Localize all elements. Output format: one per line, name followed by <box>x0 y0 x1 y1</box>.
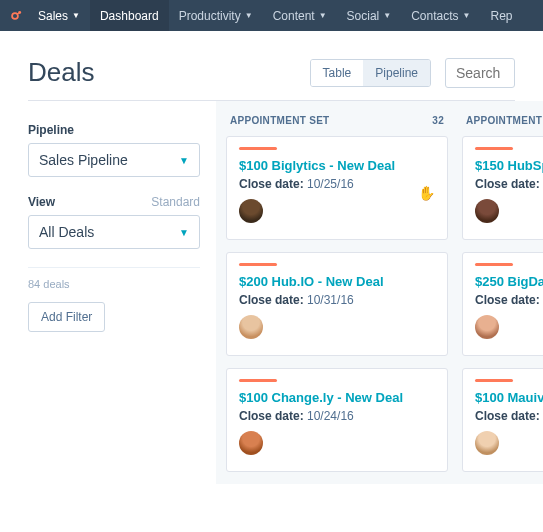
view-pipeline-button[interactable]: Pipeline <box>363 60 430 86</box>
view-standard-label: Standard <box>151 195 200 209</box>
chevron-down-icon: ▼ <box>179 155 189 166</box>
grab-cursor-icon: ✋ <box>418 185 435 201</box>
avatar <box>239 199 263 223</box>
deal-title: $150 HubSp <box>475 158 543 173</box>
avatar <box>239 431 263 455</box>
column-count: 32 <box>432 115 444 126</box>
nav-dashboard[interactable]: Dashboard <box>90 0 169 31</box>
nav-item-label: Rep <box>490 9 512 23</box>
column-header: APPOINTMENT SET32 <box>226 111 448 136</box>
deal-card[interactable]: $100 MauiveClose date: 1 <box>462 368 543 472</box>
pipeline-label: Pipeline <box>28 123 200 137</box>
page-title: Deals <box>28 57 310 88</box>
status-bar <box>475 263 513 266</box>
avatar <box>239 315 263 339</box>
status-bar <box>239 263 277 266</box>
chevron-down-icon: ▼ <box>245 11 253 20</box>
column-header: APPOINTMENT C <box>462 111 543 136</box>
view-label: View Standard <box>28 195 200 209</box>
view-toggle: Table Pipeline <box>310 59 431 87</box>
page-header: Deals Table Pipeline <box>0 31 543 100</box>
deal-title: $100 Change.ly - New Deal <box>239 390 435 405</box>
view-value: All Deals <box>39 224 94 240</box>
deal-count: 84 deals <box>28 278 200 290</box>
nav-item-label: Dashboard <box>100 9 159 23</box>
nav-item-label: Productivity <box>179 9 241 23</box>
chevron-down-icon: ▼ <box>319 11 327 20</box>
deal-card[interactable]: $100 Biglytics - New DealClose date: 10/… <box>226 136 448 240</box>
deal-card[interactable]: $100 Change.ly - New DealClose date: 10/… <box>226 368 448 472</box>
board-column: APPOINTMENT C$150 HubSpClose date: 1$250… <box>462 111 543 484</box>
nav-reports[interactable]: Rep <box>480 0 522 31</box>
top-nav: Sales ▼ Dashboard Productivity ▼ Content… <box>0 0 543 31</box>
board-column: APPOINTMENT SET32$100 Biglytics - New De… <box>226 111 448 484</box>
chevron-down-icon: ▼ <box>72 11 80 20</box>
status-bar <box>239 379 277 382</box>
hubspot-logo-icon <box>8 9 22 23</box>
nav-item-label: Contacts <box>411 9 458 23</box>
deal-close-date: Close date: 10/25/16 <box>239 177 435 191</box>
nav-productivity[interactable]: Productivity ▼ <box>169 0 263 31</box>
sidebar: Pipeline Sales Pipeline ▼ View Standard … <box>0 101 200 484</box>
deal-title: $250 BigDat <box>475 274 543 289</box>
pipeline-value: Sales Pipeline <box>39 152 128 168</box>
deals-board: APPOINTMENT SET32$100 Biglytics - New De… <box>216 101 543 484</box>
nav-item-label: Social <box>347 9 380 23</box>
view-table-button[interactable]: Table <box>311 60 364 86</box>
chevron-down-icon: ▼ <box>383 11 391 20</box>
view-select[interactable]: All Deals ▼ <box>28 215 200 249</box>
deal-title: $200 Hub.IO - New Deal <box>239 274 435 289</box>
status-bar <box>475 379 513 382</box>
avatar <box>475 431 499 455</box>
pipeline-select[interactable]: Sales Pipeline ▼ <box>28 143 200 177</box>
avatar <box>475 315 499 339</box>
sidebar-divider <box>28 267 200 268</box>
nav-brand-sales[interactable]: Sales ▼ <box>28 0 90 31</box>
deal-card[interactable]: $200 Hub.IO - New DealClose date: 10/31/… <box>226 252 448 356</box>
deal-close-date: Close date: 10/31/16 <box>239 293 435 307</box>
deal-close-date: Close date: 1 <box>475 409 543 423</box>
status-bar <box>475 147 513 150</box>
nav-contacts[interactable]: Contacts ▼ <box>401 0 480 31</box>
deal-card[interactable]: $150 HubSpClose date: 1 <box>462 136 543 240</box>
search-input[interactable] <box>445 58 515 88</box>
nav-content[interactable]: Content ▼ <box>263 0 337 31</box>
nav-social[interactable]: Social ▼ <box>337 0 402 31</box>
deal-title: $100 Mauive <box>475 390 543 405</box>
deal-close-date: Close date: 10/24/16 <box>239 409 435 423</box>
deal-close-date: Close date: 1 <box>475 293 543 307</box>
nav-brand-label: Sales <box>38 9 68 23</box>
deal-card[interactable]: $250 BigDatClose date: 1 <box>462 252 543 356</box>
add-filter-button[interactable]: Add Filter <box>28 302 105 332</box>
nav-item-label: Content <box>273 9 315 23</box>
column-title: APPOINTMENT C <box>466 115 543 126</box>
chevron-down-icon: ▼ <box>179 227 189 238</box>
status-bar <box>239 147 277 150</box>
column-title: APPOINTMENT SET <box>230 115 330 126</box>
chevron-down-icon: ▼ <box>463 11 471 20</box>
avatar <box>475 199 499 223</box>
deal-title: $100 Biglytics - New Deal <box>239 158 435 173</box>
deal-close-date: Close date: 1 <box>475 177 543 191</box>
